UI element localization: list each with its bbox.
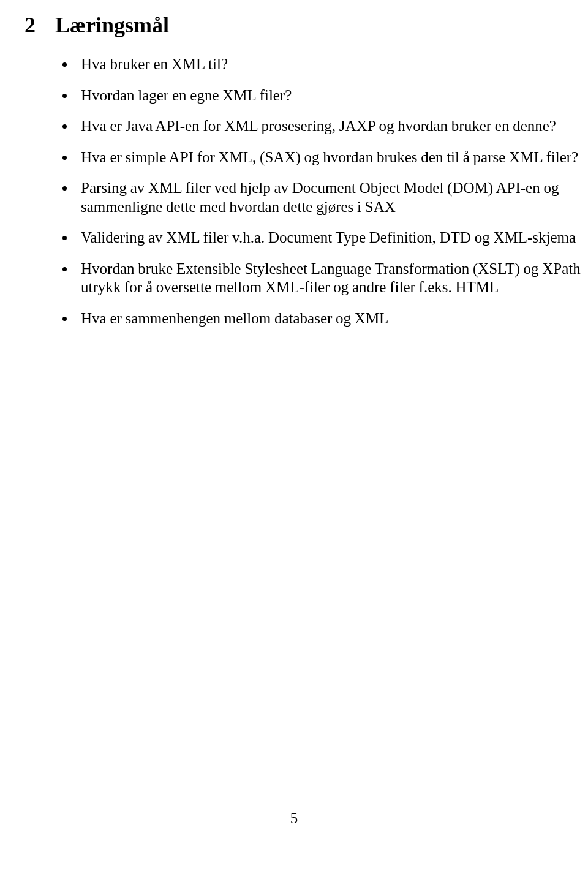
list-item-text: Hva bruker en XML til? (81, 56, 228, 72)
page-number: 5 (0, 810, 588, 827)
list-item-text: Hva er sammenhengen mellom databaser og … (81, 310, 388, 327)
list-item-text: Parsing av XML filer ved hjelp av Docume… (81, 179, 559, 215)
list-item-text: Validering av XML filer v.h.a. Document … (81, 229, 576, 246)
list-item-text: Hvordan lager en egne XML filer? (81, 87, 292, 104)
list-item-text: Hvordan bruke Extensible Stylesheet Lang… (81, 260, 581, 296)
list-item: Parsing av XML filer ved hjelp av Docume… (62, 179, 588, 216)
list-item: Hvordan bruke Extensible Stylesheet Lang… (62, 260, 588, 297)
list-item: Hva bruker en XML til? (62, 55, 588, 74)
list-item: Hva er sammenhengen mellom databaser og … (62, 309, 588, 328)
list-item: Hva er simple API for XML, (SAX) og hvor… (62, 148, 588, 167)
list-item: Validering av XML filer v.h.a. Document … (62, 228, 588, 247)
list-item: Hva er Java API-en for XML prosesering, … (62, 117, 588, 136)
learning-objectives-list: Hva bruker en XML til? Hvordan lager en … (24, 55, 588, 328)
section-number: 2 (24, 12, 36, 38)
section-heading: 2 Læringsmål (24, 12, 588, 38)
page: 2 Læringsmål Hva bruker en XML til? Hvor… (0, 0, 588, 876)
list-item-text: Hva er Java API-en for XML prosesering, … (81, 118, 556, 134)
list-item: Hvordan lager en egne XML filer? (62, 86, 588, 105)
section-title: Læringsmål (55, 12, 169, 38)
list-item-text: Hva er simple API for XML, (SAX) og hvor… (81, 149, 578, 165)
